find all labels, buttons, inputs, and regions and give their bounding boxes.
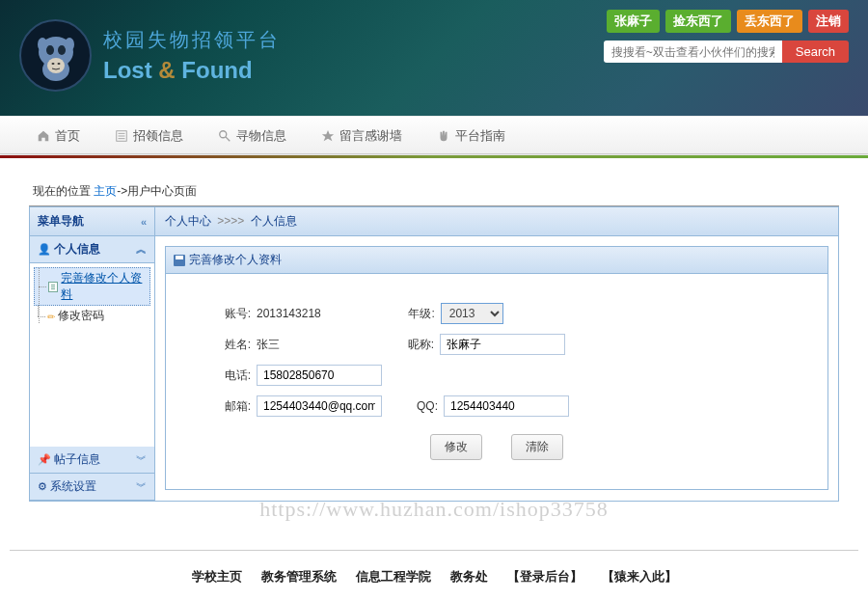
svg-point-5 [51,63,54,65]
email-input[interactable] [257,395,382,417]
tree-edit-profile[interactable]: 完善修改个人资料 [34,267,150,306]
nav-seek[interactable]: 寻物信息 [201,117,304,155]
home-icon [37,129,50,143]
value-name: 张三 [257,337,280,353]
footer-affairs[interactable]: 教务处 [450,568,488,585]
header: 校园失物招领平台 Lost & Found 张麻子 捡东西了 丢东西了 注销 S… [0,0,868,116]
chevron-up-icon: ︽ [136,242,147,257]
svg-point-13 [220,131,227,138]
label-account: 账号: [214,306,251,322]
label-name: 姓名: [214,337,251,353]
svg-point-4 [47,58,65,73]
svg-point-3 [58,45,66,55]
pencil-icon [47,310,55,323]
footer-monkey[interactable]: 【猿来入此】 [602,568,677,585]
form-header: 完善修改个人资料 [166,247,827,274]
list-icon [115,129,128,143]
gear-icon [38,479,47,493]
svg-point-6 [57,63,60,65]
main-layout: 菜单导航 « 个人信息 ︽ 完善修改个人资料 修改密码 帖子信息 [29,206,839,502]
sidebar: 菜单导航 « 个人信息 ︽ 完善修改个人资料 修改密码 帖子信息 [30,207,155,501]
svg-point-2 [46,45,54,55]
nav-message[interactable]: 留言感谢墙 [304,117,420,155]
search-icon [218,129,231,143]
chevron-down-icon: ︾ [136,452,147,467]
label-nickname: 昵称: [397,337,434,353]
sidebar-header: 菜单导航 « [30,207,154,236]
clear-button[interactable]: 清除 [511,434,563,460]
logout-button[interactable]: 注销 [808,10,849,33]
grade-select[interactable]: 2013 [441,303,503,324]
logo-icon [19,19,92,92]
search-input[interactable] [604,41,782,63]
nav-guide[interactable]: 平台指南 [420,117,523,155]
footer-school[interactable]: 学校主页 [192,568,242,585]
svg-line-14 [226,137,230,141]
svg-point-7 [38,38,47,51]
accent-line [0,155,868,158]
lost-button[interactable]: 丢东西了 [737,10,802,33]
qq-input[interactable] [444,395,569,417]
sidebar-panel-personal[interactable]: 个人信息 ︽ [30,236,154,263]
phone-input[interactable] [257,365,382,386]
label-grade: 年级: [398,306,435,322]
value-account: 2013143218 [257,307,321,320]
found-button[interactable]: 捡东西了 [665,10,731,33]
hand-icon [437,129,450,143]
main-header: 个人中心 >>>> 个人信息 [155,207,838,236]
nav-home[interactable]: 首页 [19,117,97,155]
nickname-input[interactable] [440,334,565,355]
top-buttons: 张麻子 捡东西了 丢东西了 注销 [607,10,849,33]
tree-change-pwd[interactable]: 修改密码 [34,306,150,326]
search-area: Search [604,41,849,63]
modify-button[interactable]: 修改 [430,434,482,460]
main-panel: 个人中心 >>>> 个人信息 完善修改个人资料 账号: 2013143218 [155,207,838,501]
pin-icon [38,452,51,466]
nav-claim[interactable]: 招领信息 [97,117,201,155]
star-icon [321,129,335,143]
label-qq: QQ: [401,399,438,413]
disk-icon [174,255,185,266]
sidebar-panel-system[interactable]: 系统设置 ︾ [30,474,154,501]
footer-edu[interactable]: 教务管理系统 [261,568,337,585]
label-phone: 电话: [214,368,251,384]
footer-info[interactable]: 信息工程学院 [356,568,431,585]
search-button[interactable]: Search [782,41,849,63]
breadcrumb-home[interactable]: 主页 [94,184,117,198]
nav-bar: 首页 招领信息 寻物信息 留言感谢墙 平台指南 [0,116,868,154]
user-button[interactable]: 张麻子 [607,10,660,33]
svg-point-8 [65,38,74,51]
doc-icon [48,282,58,292]
chevron-down-icon: ︾ [136,479,147,494]
sidebar-panel-posts[interactable]: 帖子信息 ︾ [30,447,154,474]
collapse-icon[interactable]: « [141,216,147,228]
form-container: 完善修改个人资料 账号: 2013143218 年级: 2013 [165,246,828,490]
footer-backend[interactable]: 【登录后台】 [507,568,583,585]
breadcrumb: 现在的位置 主页->用户中心页面 [29,177,839,206]
site-title-cn: 校园失物招领平台 [103,27,281,53]
person-icon [38,242,51,256]
tree-area: 完善修改个人资料 修改密码 [30,263,154,447]
label-email: 邮箱: [214,398,251,415]
site-title-en: Lost & Found [103,57,281,84]
footer: 学校主页 教务管理系统 信息工程学院 教务处 【登录后台】 【猿来入此】 版权所… [10,550,858,599]
